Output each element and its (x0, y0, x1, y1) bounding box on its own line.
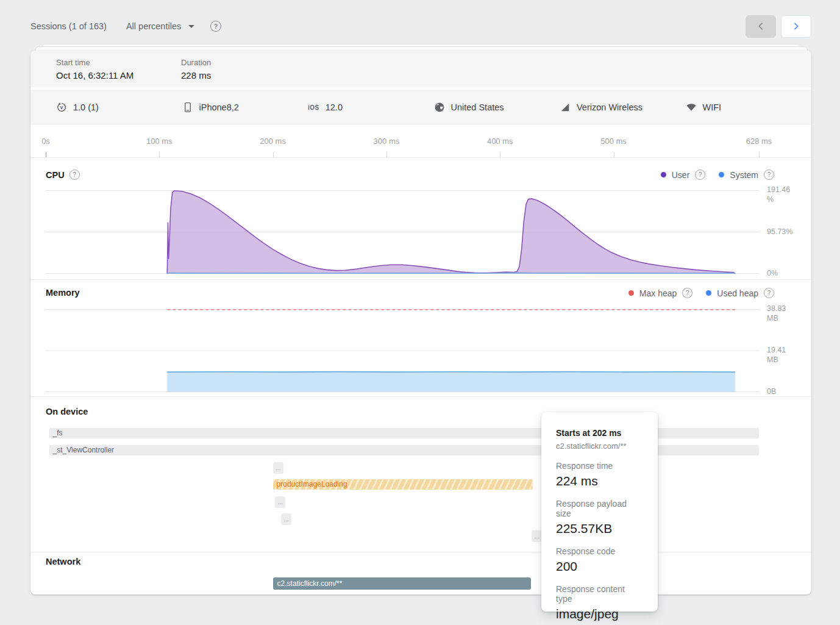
timeline-ruler: 0s100 ms200 ms300 ms400 ms500 ms628 ms (30, 125, 811, 158)
legend-item-user: User? (661, 170, 706, 180)
legend-label: Max heap (639, 288, 677, 298)
tooltip-field-label: Response payload size (556, 499, 643, 518)
timeline-tick-mark (386, 152, 387, 157)
cpu-axis-tick-label: 95.73% (767, 227, 797, 237)
timeline-tick-mark (46, 152, 46, 157)
os-version-value: 12.0 (326, 102, 343, 112)
cellular-signal-icon (560, 102, 571, 113)
system-legend-dot (719, 172, 724, 177)
toolbar: Sessions (1 of 163) All percentiles ? (30, 15, 811, 37)
device-info-band: v 1.0 (1) iPhone8,2 iOS 12.0 United Stat… (30, 90, 811, 125)
timeline-tick-label: 500 ms (600, 137, 627, 146)
collapsed-trace-chip[interactable]: ... (273, 462, 283, 474)
tooltip-field-label: Response code (556, 546, 643, 556)
memory-title-text: Memory (46, 288, 80, 298)
timeline-tick-mark (273, 152, 274, 157)
performance-session-page: Sessions (1 of 163) All percentiles ? St… (0, 0, 840, 625)
user-legend-dot (661, 172, 666, 177)
tooltip-field-label: Response time (556, 461, 643, 471)
duration-stat: Duration 228 ms (181, 51, 306, 87)
percentiles-dropdown-value: All percentiles (126, 21, 181, 31)
cpu-axis-tick-label: 0% (767, 269, 797, 279)
app-version-icon: v (56, 102, 67, 113)
timeline-tick-label: 200 ms (260, 137, 286, 146)
duration-value: 228 ms (181, 70, 306, 80)
memory-section-title: Memory (46, 288, 80, 298)
start-time-value: Oct 16, 6:32:11 AM (56, 70, 181, 80)
tooltip-field-value: 225.57KB (556, 521, 643, 536)
start-time-stat: Start time Oct 16, 6:32:11 AM (56, 51, 181, 87)
cpu-legend: User?System? (661, 170, 774, 180)
tooltip-field-value: 224 ms (556, 474, 643, 488)
timeline-tick-label: 300 ms (374, 137, 400, 146)
help-icon[interactable]: ? (210, 21, 221, 32)
percentiles-dropdown[interactable]: All percentiles (126, 21, 194, 31)
memory-chart[interactable] (46, 309, 759, 392)
help-icon[interactable]: ? (695, 170, 705, 180)
ios-icon: iOS (308, 104, 319, 111)
help-icon[interactable]: ? (764, 170, 774, 180)
memory-chart-canvas (46, 309, 759, 392)
country-item: United States (434, 102, 560, 113)
chevron-left-icon (756, 21, 766, 31)
memory-legend: Max heap?Used heap? (628, 288, 774, 298)
session-summary-band: Start time Oct 16, 6:32:11 AM Duration 2… (30, 51, 811, 87)
memory-section: Memory Max heap?Used heap? 38.83 MB19.41… (30, 279, 811, 397)
help-icon[interactable]: ? (682, 288, 692, 298)
collapsed-trace-chip[interactable]: ... (275, 496, 285, 508)
cpu-section-title: CPU ? (46, 170, 80, 180)
carrier-value: Verizon Wireless (577, 102, 642, 112)
cpu-title-text: CPU (46, 170, 65, 180)
sessions-count-label: Sessions (1 of 163) (30, 21, 107, 31)
timeline-tick-mark (759, 152, 760, 157)
memory-axis-tick-label: 0B (767, 387, 797, 397)
duration-label: Duration (181, 58, 306, 67)
on-device-section: On device _fs_st_ViewController...produc… (30, 396, 811, 552)
tooltip-field-value: 200 (556, 559, 643, 574)
legend-label: User (672, 170, 690, 180)
next-session-button[interactable] (781, 15, 811, 38)
wifi-icon (686, 102, 697, 113)
os-version-item: iOS 12.0 (308, 102, 434, 112)
max-heap-legend-dot (628, 290, 634, 296)
legend-label: System (730, 170, 758, 180)
cpu-axis-tick-label: 191.46 % (767, 185, 797, 204)
smartphone-icon (182, 102, 193, 113)
timeline-tick-label: 628 ms (746, 137, 772, 146)
connection-item: WIFI (686, 102, 812, 113)
trace-bar-productimageloading[interactable]: productImageLoading (273, 479, 533, 490)
collapsed-trace-chip[interactable]: ... (281, 513, 291, 525)
app-version-value: 1.0 (1) (73, 102, 99, 112)
help-icon[interactable]: ? (764, 288, 774, 298)
network-section: Network c2.staticflickr.com/** (30, 552, 811, 595)
tooltip-fields: Response time224 msResponse payload size… (556, 461, 643, 621)
legend-item-system: System? (719, 170, 774, 180)
memory-axis-tick-label: 38.83 MB (767, 304, 797, 323)
timeline-tick-label: 100 ms (146, 137, 173, 146)
chevron-down-icon (188, 25, 194, 28)
carrier-item: Verizon Wireless (560, 102, 686, 113)
tooltip-subtitle: c2.staticflickr.com/** (556, 441, 643, 451)
cpu-help-icon[interactable]: ? (69, 170, 80, 180)
chevron-right-icon (791, 21, 801, 31)
network-request-bar[interactable]: c2.staticflickr.com/** (273, 577, 531, 590)
device-model-item: iPhone8,2 (182, 102, 308, 113)
connection-value: WIFI (703, 102, 722, 112)
tooltip-field-label: Response content type (556, 584, 643, 604)
cpu-chart-canvas (46, 190, 759, 274)
app-version-item: v 1.0 (1) (56, 102, 182, 113)
cpu-chart[interactable] (46, 190, 759, 274)
collapsed-trace-chip[interactable]: ... (532, 530, 542, 542)
cpu-section: CPU ? User?System? 191.46 %95.73%0% (30, 157, 811, 280)
timeline-tick-label: 0s (41, 137, 50, 146)
timeline-tick-mark (159, 152, 160, 157)
used-heap-legend-dot (706, 290, 711, 296)
legend-item-max-heap: Max heap? (628, 288, 692, 298)
memory-axis-tick-label: 19.41 MB (767, 346, 797, 365)
globe-icon (434, 102, 445, 113)
legend-label: Used heap (717, 288, 758, 298)
timeline-tick-mark (500, 152, 500, 157)
device-model-value: iPhone8,2 (199, 102, 239, 112)
previous-session-button[interactable] (746, 15, 776, 38)
country-value: United States (451, 102, 504, 112)
